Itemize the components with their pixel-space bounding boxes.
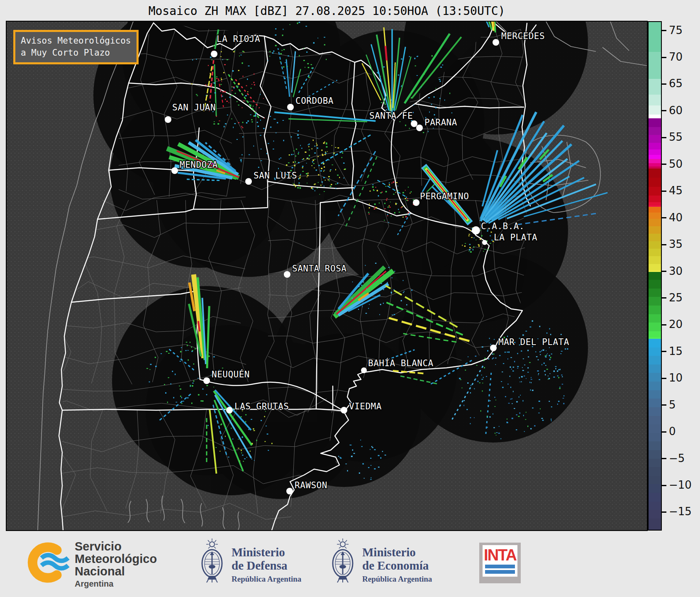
colorbar-tick [662, 244, 666, 245]
colorbar-tick [662, 83, 666, 85]
colorbar-tick-label: 30 [669, 265, 683, 278]
smn-line3: Nacional [75, 565, 157, 577]
city-label: VIEDMA [349, 401, 382, 411]
colorbar-tick [662, 217, 666, 218]
defensa-line2: de Defensa [232, 559, 301, 573]
colorbar-tick [662, 324, 666, 325]
radar-map: MERCEDESLA RIOJASAN JUANCORDOBASANTA FEP… [7, 22, 647, 530]
city-label: PARANA [424, 117, 457, 127]
city-dot [287, 104, 294, 110]
colorbar-tick-label: 20 [669, 318, 683, 331]
inta-label: INTA [483, 547, 517, 563]
city-dot [341, 407, 347, 413]
colorbar-tick-label: 65 [669, 77, 683, 91]
city-dot [286, 488, 293, 494]
city-label: SAN LUIS [254, 171, 297, 181]
city-dot [211, 51, 217, 57]
city-dot [226, 407, 233, 413]
colorbar-tick-label: 40 [669, 211, 683, 225]
inta-logo: INTA [479, 543, 521, 583]
colorbar-tick [662, 110, 666, 111]
city-dot [361, 367, 367, 373]
city-label: PERGAMINO [420, 191, 469, 201]
city-label: SANTA FE [369, 111, 413, 121]
colorbar-tick [662, 351, 666, 352]
city-label: SANTA ROSA [292, 264, 346, 274]
colorbar-tick-label: 50 [669, 158, 683, 171]
city-label: MERCEDES [501, 31, 545, 41]
radar-mosaic-page: { "title": "Mosaico ZH MAX [dBZ] 27.08.2… [0, 0, 700, 597]
city-label: LA RIOJA [217, 34, 260, 44]
warning-badge-line1: Avisos Meteorológicos [21, 35, 131, 47]
defensa-line1: Ministerio [232, 546, 301, 559]
colorbar-tick [662, 191, 666, 192]
city-dot [245, 178, 252, 185]
city-dot [472, 226, 480, 235]
city-label: MENDOZA [180, 160, 218, 170]
warning-badge: Avisos Meteorológicos a Muy Corto Plazo [13, 30, 139, 64]
coat-of-arms-icon [330, 537, 356, 585]
colorbar-tick-label: 0 [669, 425, 676, 438]
smn-line2: Meteorológico [75, 553, 157, 565]
city-dot [165, 116, 171, 123]
colorbar-tick-label: −10 [669, 479, 692, 492]
smn-line1: Servicio [75, 540, 157, 553]
colorbar-tick [662, 485, 666, 486]
colorbar-tick-label: 55 [669, 131, 683, 144]
colorbar-tick [662, 164, 666, 165]
city-dot [284, 271, 290, 278]
smn-logo-icon [23, 540, 72, 586]
colorbar-tick [662, 30, 666, 31]
economia-sub: República Argentina [362, 575, 432, 584]
radar-map-canvas: MERCEDESLA RIOJASAN JUANCORDOBASANTA FEP… [7, 22, 647, 530]
city-label: CORDOBA [295, 96, 334, 106]
city-dot [416, 125, 423, 131]
footer: Servicio Meteorológico Nacional Argentin… [0, 531, 700, 597]
city-label: BAHÍA BLANCA [368, 358, 434, 368]
smn-line4: Argentina [75, 579, 157, 589]
economia-line2: de Economía [362, 559, 432, 573]
colorbar-tick-label: 15 [669, 345, 683, 358]
colorbar-tick-label: 70 [669, 51, 683, 64]
city-label: SAN JUAN [172, 103, 216, 113]
colorbar-tick [662, 271, 666, 272]
city-label: NEUQUÉN [212, 369, 250, 379]
city-dot [490, 345, 497, 351]
city-dot [482, 240, 487, 245]
economia-line1: Ministerio [362, 546, 432, 559]
dbz-colorbar [649, 22, 661, 530]
city-label: RAWSON [295, 480, 327, 490]
colorbar-tick-label: 60 [669, 104, 683, 117]
colorbar-tick-label: −5 [669, 452, 685, 465]
city-label: LA PLATA [494, 232, 537, 242]
colorbar-tick-label: 45 [669, 184, 683, 198]
colorbar-tick [662, 297, 666, 298]
colorbar-tick-label: 25 [669, 291, 683, 305]
colorbar-tick [662, 511, 666, 513]
city-dot [171, 167, 178, 174]
city-label: LAS GRUTAS [234, 401, 289, 411]
colorbar-tick [662, 458, 666, 459]
city-dot [203, 377, 210, 384]
city-label: MAR DEL PLATA [498, 337, 569, 347]
colorbar-tick-label: 75 [669, 24, 683, 37]
colorbar-tick [662, 57, 666, 58]
coat-of-arms-icon [199, 537, 225, 585]
warning-badge-line2: a Muy Corto Plazo [21, 47, 131, 59]
city-dot [413, 199, 420, 206]
city-label: C.A.B.A. [481, 221, 524, 231]
colorbar-tick [662, 378, 666, 379]
colorbar-tick-label: 35 [669, 238, 683, 251]
inta-bar-top [485, 565, 515, 568]
colorbar-tick-label: 10 [669, 372, 683, 385]
city-dot [411, 120, 417, 127]
map-title: Mosaico ZH MAX [dBZ] 27.08.2025 10:50HOA… [7, 4, 647, 18]
colorbar-tick [662, 137, 666, 138]
city-dot [493, 39, 499, 46]
defensa-sub: República Argentina [232, 575, 301, 584]
colorbar-tick-label: 5 [669, 399, 676, 412]
colorbar-tick [662, 431, 666, 433]
inta-bar-bottom [485, 570, 515, 574]
smn-logo-text: Servicio Meteorológico Nacional Argentin… [75, 540, 157, 589]
colorbar-tick [662, 404, 666, 406]
